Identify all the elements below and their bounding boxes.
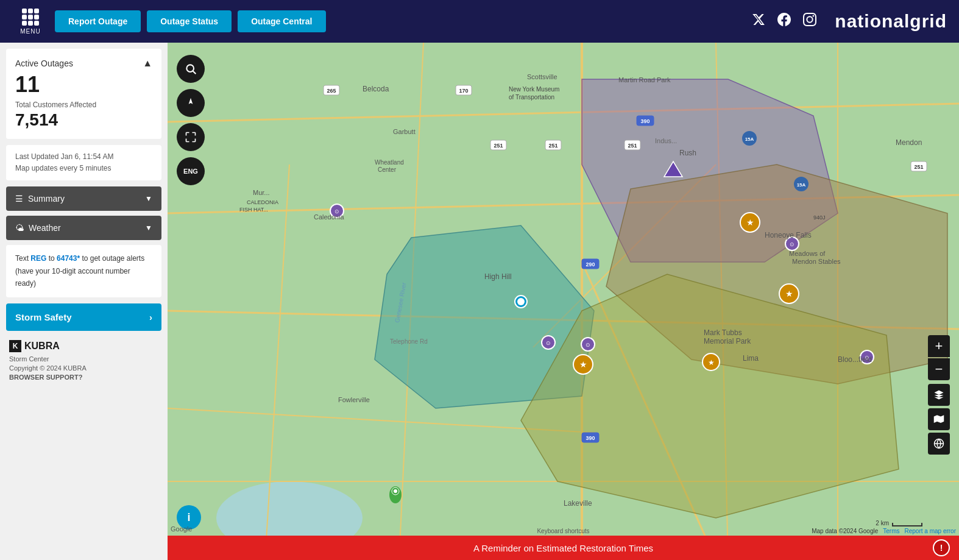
svg-text:Mur...: Mur... (253, 189, 270, 196)
svg-text:★: ★ (579, 360, 587, 369)
bottom-banner: A Reminder on Estimated Restoration Time… (168, 536, 959, 560)
outage-count: 11 (15, 72, 152, 97)
svg-text:★: ★ (785, 289, 793, 299)
report-outage-button[interactable]: Report Outage (55, 10, 141, 32)
outage-status-button[interactable]: Outage Status (147, 10, 232, 32)
text-prefix: Text (15, 254, 30, 263)
svg-text:Wheatland: Wheatland (375, 159, 404, 166)
svg-text:390: 390 (586, 435, 595, 441)
social-icons (752, 13, 816, 30)
header: MENU Report Outage Outage Status Outage … (0, 0, 959, 43)
weather-chevron-icon: ▼ (145, 224, 152, 232)
terms-link[interactable]: Terms (883, 528, 899, 534)
language-map-button[interactable]: ENG (177, 157, 205, 185)
kubra-name: KUBRA (24, 341, 60, 352)
scale-line (892, 523, 922, 526)
svg-text:Caledonia: Caledonia (314, 213, 344, 221)
report-map-error-link[interactable]: Report a map error (905, 528, 956, 534)
map-controls-left: ENG (177, 55, 205, 185)
svg-text:15A: 15A (797, 182, 806, 188)
map-data-label: Map data ©2024 Google (812, 528, 878, 534)
svg-text:⊙: ⊙ (546, 340, 551, 346)
svg-text:Honeoye Falls: Honeoye Falls (765, 231, 812, 239)
kubra-k-icon: K (9, 340, 21, 352)
svg-text:Rush: Rush (679, 149, 696, 157)
svg-text:of Transportation: of Transportation (509, 94, 554, 101)
nav-buttons: Report Outage Outage Status Outage Centr… (55, 10, 326, 32)
weather-cloud-icon: 🌤 (15, 223, 24, 233)
last-updated-text: Last Updated Jan 6, 11:54 AM (15, 151, 152, 163)
text-to: to (46, 254, 57, 263)
svg-text:290: 290 (586, 261, 595, 268)
summary-chevron-icon: ▼ (145, 194, 152, 203)
svg-text:Mendon: Mendon (896, 138, 922, 147)
layers-map-button[interactable] (928, 384, 950, 406)
brand-suffix: grid (910, 11, 947, 31)
weather-accordion-button[interactable]: 🌤 Weather ▼ (6, 216, 161, 240)
storm-safety-button[interactable]: Storm Safety › (6, 303, 161, 331)
collapse-button[interactable]: ▲ (143, 58, 152, 69)
sidebar: ✕ Active Outages ▲ 11 Total Customers Af… (0, 43, 168, 560)
svg-text:Mark Tubbs: Mark Tubbs (704, 328, 742, 337)
browser-support-link[interactable]: BROWSER SUPPORT? (9, 374, 158, 381)
globe-map-button[interactable] (928, 433, 950, 455)
kubra-subtitle: Storm Center (9, 355, 158, 363)
svg-text:New York Museum: New York Museum (509, 86, 559, 93)
outage-central-button[interactable]: Outage Central (238, 10, 325, 32)
svg-line-97 (193, 71, 196, 74)
brand-logo: nationalgrid (835, 11, 947, 32)
kubra-logo: K KUBRA (9, 340, 158, 352)
fullscreen-map-button[interactable] (177, 123, 205, 151)
google-watermark: Google (171, 525, 192, 533)
svg-point-96 (186, 65, 194, 72)
map-type-button[interactable] (928, 408, 950, 430)
summary-list-icon: ☰ (15, 194, 23, 204)
text-alert-panel: Text REG to 64743* to get outage alerts … (6, 245, 161, 297)
map-attribution: Map data ©2024 Google Terms Report a map… (812, 528, 956, 534)
svg-text:★: ★ (746, 218, 754, 227)
location-map-button[interactable] (177, 89, 205, 117)
search-map-button[interactable] (177, 55, 205, 83)
svg-text:Indus...: Indus... (655, 137, 677, 144)
svg-point-19 (517, 298, 525, 305)
facebook-icon[interactable] (777, 13, 791, 30)
svg-text:251: 251 (548, 143, 557, 149)
summary-accordion-button[interactable]: ☰ Summary ▼ (6, 186, 161, 211)
svg-text:⊙: ⊙ (790, 241, 794, 247)
svg-text:CALEDONIA: CALEDONIA (247, 199, 278, 205)
twitter-icon[interactable] (752, 13, 765, 30)
zoom-in-button[interactable]: + (928, 335, 950, 357)
menu-button[interactable]: MENU (12, 3, 49, 40)
zoom-out-button[interactable]: − (928, 358, 950, 380)
svg-text:FISH HAT...: FISH HAT... (239, 207, 268, 213)
svg-point-95 (394, 489, 397, 493)
map-svg: ★ ★ ★ ⊙ ⊙ ⊙ ⊙ ⊙ ★ Belcoda Scotts (168, 43, 959, 560)
banner-alert-icon: ! (933, 539, 950, 556)
map-area[interactable]: ★ ★ ★ ⊙ ⊙ ⊙ ⊙ ⊙ ★ Belcoda Scotts (168, 43, 959, 560)
active-outages-panel: Active Outages ▲ 11 Total Customers Affe… (6, 49, 161, 139)
reg-link[interactable]: REG (30, 254, 46, 263)
menu-label: MENU (20, 28, 40, 35)
map-update-interval: Map updates every 5 minutes (15, 163, 152, 174)
number-link[interactable]: 64743* (57, 254, 80, 263)
customers-label: Total Customers Affected (15, 101, 152, 109)
active-outages-title: Active Outages (15, 58, 73, 68)
scale-bar: 2 km (876, 520, 922, 526)
main-area: ✕ Active Outages ▲ 11 Total Customers Af… (0, 43, 959, 560)
update-panel: Last Updated Jan 6, 11:54 AM Map updates… (6, 145, 161, 180)
instagram-icon[interactable] (803, 13, 816, 30)
panel-header: Active Outages ▲ (15, 58, 152, 69)
svg-text:Lima: Lima (743, 354, 759, 363)
menu-grid-icon (22, 9, 39, 26)
customers-count: 7,514 (15, 110, 152, 130)
svg-text:⊙: ⊙ (586, 342, 590, 348)
svg-text:15A: 15A (745, 136, 754, 142)
svg-text:Telephone Rd: Telephone Rd (390, 338, 428, 345)
weather-label: Weather (29, 223, 61, 233)
svg-text:Lakeville: Lakeville (564, 499, 592, 508)
svg-text:265: 265 (327, 88, 336, 94)
map-extra-controls (928, 384, 950, 455)
svg-text:390: 390 (640, 118, 649, 124)
svg-text:Garbutt: Garbutt (393, 128, 416, 135)
svg-text:Bloo...field: Bloo...field (838, 355, 872, 364)
